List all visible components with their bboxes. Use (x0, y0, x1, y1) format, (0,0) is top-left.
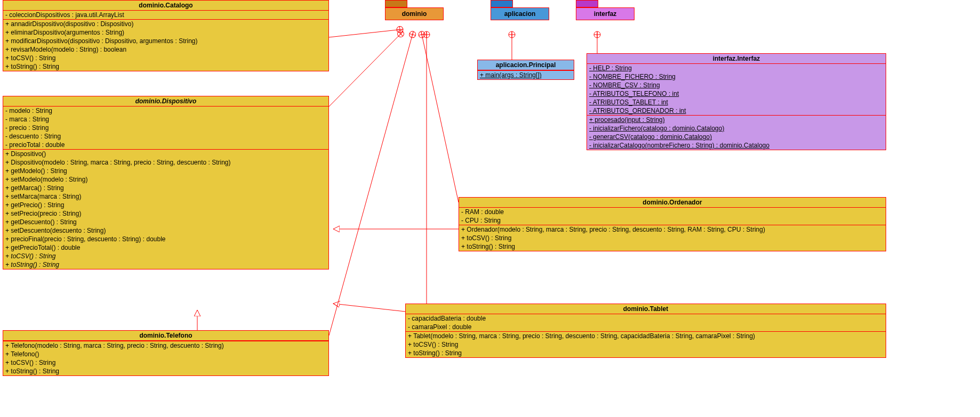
method: + Dispositivo() (3, 150, 328, 158)
attr: - capacidadBateria : double (406, 314, 886, 323)
pkg-interfaz: interfaz (576, 7, 634, 20)
attr: - RAM : double (459, 208, 886, 216)
class-interfaz: interfaz.Interfaz - HELP : String - NOMB… (587, 53, 886, 150)
method: + Dispositivo(modelo : String, marca : S… (3, 158, 328, 167)
method: + eliminarDispositivo(argumentos : Strin… (3, 28, 328, 37)
method: - generarCSV(catalogo : dominio.Catalogo… (587, 133, 886, 141)
class-interfaz-title: interfaz.Interfaz (587, 54, 886, 64)
method: + setModelo(modelo : String) (3, 175, 328, 184)
method: + procesado(input : String) (587, 116, 886, 124)
method: + Tablet(modelo : String, marca : String… (406, 332, 886, 340)
attr: - ATRIBUTOS_TELEFONO : int (587, 89, 886, 98)
attr: - coleccionDispositivos : java.util.Arra… (3, 11, 328, 19)
class-principal-title: aplicacion.Principal (478, 60, 574, 70)
attr: - CPU : String (459, 216, 886, 225)
pkg-interfaz-tab (576, 0, 598, 7)
svg-line-7 (329, 32, 403, 107)
method: + toCSV() : String (459, 234, 886, 242)
method: - inicializarCatalogo(nombreFichero : St… (587, 141, 886, 150)
class-telefono-title: dominio.Telefono (3, 331, 328, 341)
method: + annadirDispositivo(dispositivo : Dispo… (3, 20, 328, 28)
class-tablet: dominio.Tablet - capacidadBateria : doub… (405, 304, 886, 358)
class-ordenador: dominio.Ordenador - RAM : double - CPU :… (459, 197, 886, 251)
class-tablet-title: dominio.Tablet (406, 304, 886, 314)
pkg-dominio-label: dominio (402, 10, 427, 18)
class-dispositivo-title: dominio.Dispositivo (3, 96, 328, 107)
class-catalogo-title: dominio.Catalogo (3, 1, 328, 11)
class-catalogo: dominio.Catalogo - coleccionDispositivos… (3, 0, 329, 71)
method: + setMarca(marca : String) (3, 192, 328, 201)
svg-line-5 (333, 304, 405, 312)
method: + getDescuento() : String (3, 218, 328, 226)
pkg-dominio-tab (385, 0, 407, 7)
attr: - camaraPixel : double (406, 323, 886, 331)
method: + toCSV() : String (406, 340, 886, 349)
method: + setPrecio(precio : String) (3, 209, 328, 218)
method: + toString() : String (406, 349, 886, 357)
attr: - precio : String (3, 124, 328, 132)
method: + setDescuento(descuento : String) (3, 226, 328, 235)
method: + getPrecioTotal() : double (3, 243, 328, 252)
pkg-aplicacion-tab (491, 0, 513, 7)
method: + Telefono() (3, 350, 328, 358)
attr: - marca : String (3, 115, 328, 124)
method: + toString() : String (3, 62, 328, 71)
method: + getModelo() : String (3, 167, 328, 175)
method: - inicializarFichero(catalogo : dominio.… (587, 124, 886, 133)
attr: - ATRIBUTOS_ORDENADOR : int (587, 107, 886, 115)
method: + toCSV() : String (3, 54, 328, 62)
method: + toString() : String (459, 242, 886, 251)
method: + toString() : String (3, 367, 328, 375)
method: + main(args : String[]) (478, 71, 574, 79)
attr: - NOMBRE_CSV : String (587, 81, 886, 89)
class-principal: aplicacion.Principal + main(args : Strin… (477, 60, 574, 80)
method: + toCSV() : String (3, 252, 328, 260)
method: + Ordenador(modelo : String, marca : Str… (459, 225, 886, 234)
pkg-interfaz-label: interfaz (594, 10, 617, 18)
attr: - modelo : String (3, 107, 328, 115)
class-telefono: dominio.Telefono + Telefono(modelo : Str… (3, 330, 329, 376)
method: + toString() : String (3, 260, 328, 269)
svg-line-8 (329, 32, 413, 336)
attr: - HELP : String (587, 64, 886, 72)
attr: - descuento : String (3, 132, 328, 141)
pkg-aplicacion: aplicacion (491, 7, 549, 20)
svg-line-9 (421, 32, 459, 202)
class-ordenador-title: dominio.Ordenador (459, 198, 886, 208)
class-dispositivo: dominio.Dispositivo - modelo : String - … (3, 96, 329, 269)
method: + getMarca() : String (3, 184, 328, 192)
svg-line-6 (329, 29, 403, 37)
method: + Telefono(modelo : String, marca : Stri… (3, 341, 328, 350)
method: + toCSV() : String (3, 358, 328, 367)
attr: - ATRIBUTOS_TABLET : int (587, 98, 886, 107)
method: + getPrecio() : String (3, 201, 328, 209)
method: + modificarDispositivo(dispositivo : Dis… (3, 37, 328, 45)
attr: - precioTotal : double (3, 141, 328, 149)
pkg-aplicacion-label: aplicacion (504, 10, 536, 18)
pkg-dominio: dominio (385, 7, 444, 20)
method: + revisarModelo(modelo : String) : boole… (3, 45, 328, 54)
attr: - NOMBRE_FICHERO : String (587, 72, 886, 81)
method: + precioFinal(precio : String, descuento… (3, 235, 328, 243)
